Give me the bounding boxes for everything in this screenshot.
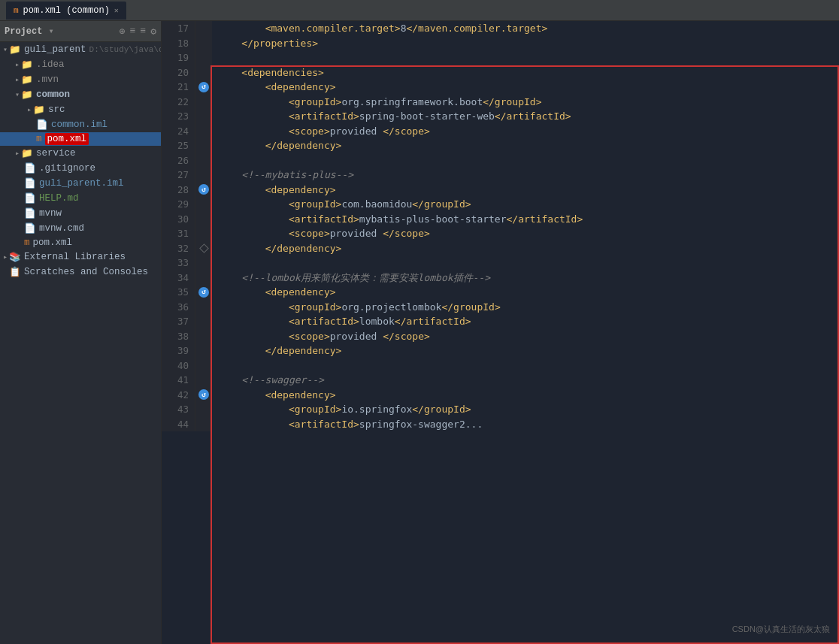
folder-icon-guli-parent: 📁 — [9, 44, 21, 56]
line-number-38: 38 — [162, 329, 195, 344]
label-mvnw-cmd: mvnw.cmd — [39, 223, 84, 234]
code-line-24: 24 <scope>provided </scope> — [162, 124, 839, 139]
code-text-22: <groupId>org.springframework.boot</group… — [212, 95, 839, 110]
sidebar-title: Project — [5, 26, 42, 37]
label-help-md: HELP.md — [39, 193, 79, 204]
tree-root: ▾ 📁 guli_parent D:\study\java\code ▸ 📁 .… — [0, 42, 161, 280]
code-text-39: </dependency> — [212, 343, 839, 358]
line-number-21: 21 — [162, 80, 195, 95]
code-text-25: </dependency> — [212, 138, 839, 153]
title-bar: m pom.xml (common) ✕ — [0, 0, 839, 21]
gutter-cell-37 — [195, 314, 212, 329]
gutter-cell-30 — [195, 212, 212, 227]
code-line-29: 29 <groupId>com.baomidou</groupId> — [162, 197, 839, 212]
code-line-41: 41 <!--swagger--> — [162, 373, 839, 388]
tree-item-mvn[interactable]: ▸ 📁 .mvn — [0, 72, 161, 87]
code-text-43: <groupId>io.springfox</groupId> — [212, 402, 839, 417]
gutter-cell-23 — [195, 109, 212, 124]
file-icon-pom-xml: m — [36, 134, 42, 144]
tree-item-help-md[interactable]: ▸ 📄 HELP.md — [0, 191, 161, 206]
tree-item-gitignore[interactable]: ▸ 📄 .gitignore — [0, 161, 161, 176]
code-line-36: 36 <groupId>org.projectlombok</groupId> — [162, 300, 839, 315]
gutter-refresh-icon-21: ↺ — [198, 82, 209, 92]
line-number-20: 20 — [162, 65, 195, 80]
gutter-cell-31 — [195, 226, 212, 241]
file-icon-common-iml: 📄 — [36, 119, 48, 131]
code-text-37: <artifactId>lombok</artifactId> — [212, 314, 839, 329]
gutter-cell-29 — [195, 197, 212, 212]
tree-item-common[interactable]: ▾ 📁 common — [0, 87, 161, 102]
gutter-cell-33 — [195, 255, 212, 271]
code-text-18: </properties> — [212, 36, 839, 51]
code-text-34: <!--lombok用来简化实体类：需要安装lombok插件--> — [212, 271, 839, 286]
tree-item-guli-parent-iml[interactable]: ▸ 📄 guli_parent.iml — [0, 176, 161, 191]
tree-item-scratches[interactable]: ▸ 📋 Scratches and Consoles — [0, 265, 161, 280]
tree-item-idea[interactable]: ▸ 📁 .idea — [0, 57, 161, 72]
gutter-cell-25 — [195, 138, 212, 153]
sidebar-icon-1[interactable]: ⊕ — [120, 26, 126, 38]
code-line-26: 26 — [162, 153, 839, 168]
tree-item-mvnw[interactable]: ▸ 📄 mvnw — [0, 206, 161, 221]
code-content: 17 <maven.compiler.target>8</maven.compi… — [162, 21, 839, 644]
file-icon-pom-xml-root: m — [24, 237, 30, 248]
code-text-29: <groupId>com.baomidou</groupId> — [212, 197, 839, 212]
watermark: CSDN@认真生活的灰太狼 — [732, 624, 830, 635]
line-number-44: 44 — [162, 417, 195, 432]
code-text-35: <dependency> — [212, 285, 839, 300]
gutter-cell-20 — [195, 65, 212, 80]
gutter-cell-41 — [195, 373, 212, 388]
folder-icon-mvn: 📁 — [21, 74, 33, 86]
gutter-cell-32 — [195, 241, 212, 256]
code-text-20: <dependencies> — [212, 65, 839, 80]
arrow-service: ▸ — [15, 149, 20, 158]
icon-scratches: 📋 — [9, 266, 21, 278]
gutter-refresh-icon-35: ↺ — [198, 287, 209, 298]
code-text-33 — [212, 255, 839, 271]
gutter-cell-28: ↺ — [195, 183, 212, 198]
code-line-35: 35↺ <dependency> — [162, 285, 839, 300]
tree-item-service[interactable]: ▸ 📁 service — [0, 146, 161, 161]
gutter-cell-40 — [195, 358, 212, 373]
tree-item-external-libs[interactable]: ▸ 📚 External Libraries — [0, 249, 161, 265]
line-number-35: 35 — [162, 285, 195, 300]
gutter-cell-17 — [195, 21, 212, 36]
label-guli-parent-iml: guli_parent.iml — [39, 178, 124, 189]
gutter-cell-27 — [195, 168, 212, 183]
line-number-39: 39 — [162, 343, 195, 358]
code-line-38: 38 <scope>provided </scope> — [162, 329, 839, 344]
code-line-33: 33 — [162, 255, 839, 271]
sidebar-icon-4[interactable]: ⚙ — [150, 26, 156, 38]
label-src: src — [48, 104, 65, 115]
lines-wrapper: 17 <maven.compiler.target>8</maven.compi… — [162, 21, 839, 431]
label-scratches: Scratches and Consoles — [24, 267, 148, 277]
file-icon-guli-parent-iml: 📄 — [24, 177, 36, 189]
line-number-34: 34 — [162, 271, 195, 286]
code-line-17: 17 <maven.compiler.target>8</maven.compi… — [162, 21, 839, 36]
label-idea: .idea — [36, 59, 65, 70]
gutter-cell-21: ↺ — [195, 80, 212, 95]
code-line-23: 23 <artifactId>spring-boot-starter-web</… — [162, 109, 839, 124]
tab-pom-xml[interactable]: m pom.xml (common) ✕ — [6, 2, 126, 20]
arrow-idea: ▸ — [15, 60, 20, 69]
tree-item-mvnw-cmd[interactable]: ▸ 📄 mvnw.cmd — [0, 221, 161, 236]
label-mvn: .mvn — [36, 74, 59, 85]
project-dropdown-arrow[interactable]: ▾ — [48, 26, 53, 37]
main-area: Project ▾ ⊕ ≡ ≡ ⚙ ▾ 📁 guli_parent D:\stu… — [0, 21, 839, 644]
gutter-cell-35: ↺ — [195, 285, 212, 300]
code-editor[interactable]: 17 <maven.compiler.target>8</maven.compi… — [162, 21, 839, 644]
code-line-28: 28↺ <dependency> — [162, 183, 839, 198]
gutter-diamond-32 — [199, 243, 209, 253]
tree-item-guli-parent[interactable]: ▾ 📁 guli_parent D:\study\java\code — [0, 42, 161, 57]
sidebar-icon-2[interactable]: ≡ — [130, 26, 136, 37]
tree-item-src[interactable]: ▸ 📁 src — [0, 102, 161, 117]
tab-close-button[interactable]: ✕ — [114, 6, 119, 15]
label-gitignore: .gitignore — [39, 163, 95, 174]
line-number-24: 24 — [162, 124, 195, 139]
gutter-cell-18 — [195, 36, 212, 51]
code-text-19 — [212, 50, 839, 65]
sidebar-icon-3[interactable]: ≡ — [140, 26, 146, 37]
tree-item-pom-xml-common[interactable]: ▸ m pom.xml — [0, 132, 161, 146]
tree-item-common-iml[interactable]: ▸ 📄 common.iml — [0, 117, 161, 132]
tree-item-pom-xml-root[interactable]: ▸ m pom.xml — [0, 236, 161, 249]
line-number-32: 32 — [162, 241, 195, 256]
